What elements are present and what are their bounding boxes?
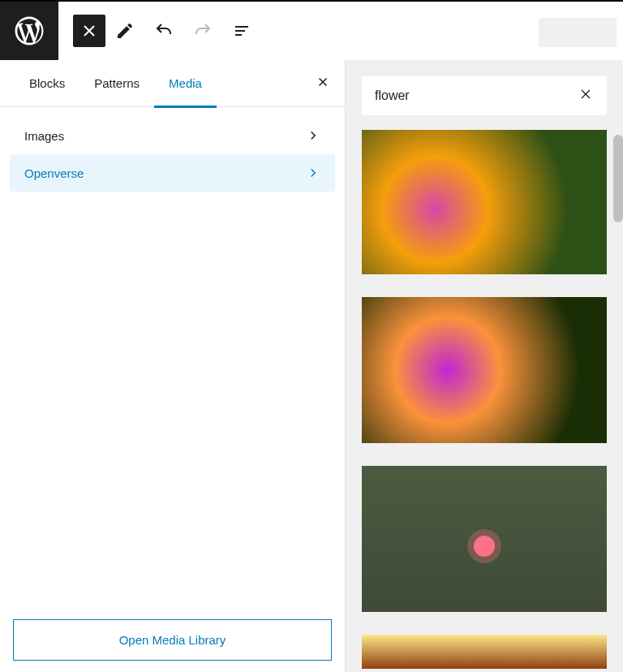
media-result-thumb[interactable] [362, 130, 607, 274]
document-overview-button[interactable] [222, 11, 261, 50]
toolbar-placeholder [539, 18, 617, 47]
clear-search-button[interactable] [578, 86, 594, 106]
close-panel-button[interactable] [316, 75, 330, 93]
media-results-panel [346, 60, 623, 672]
open-media-library-button[interactable]: Open Media Library [13, 619, 332, 661]
main-area: Blocks Patterns Media Images Openverse O… [0, 60, 623, 672]
search-wrap [362, 76, 607, 115]
toolbar-right [539, 15, 623, 47]
inserter-panel: Blocks Patterns Media Images Openverse O… [0, 60, 346, 672]
category-label: Images [24, 129, 64, 143]
tab-media[interactable]: Media [154, 60, 217, 107]
bottom-button-wrap: Open Media Library [0, 606, 345, 672]
close-inserter-button[interactable] [73, 15, 105, 47]
inserter-tabs: Blocks Patterns Media [0, 60, 345, 107]
media-result-thumb[interactable] [362, 466, 607, 612]
undo-button[interactable] [144, 11, 183, 50]
wp-logo[interactable] [0, 2, 58, 60]
category-openverse[interactable]: Openverse [10, 154, 335, 192]
media-result-thumb[interactable] [362, 635, 607, 669]
tab-patterns[interactable]: Patterns [79, 60, 154, 107]
media-result-thumb[interactable] [362, 297, 607, 443]
category-label: Openverse [24, 166, 84, 180]
category-images[interactable]: Images [10, 117, 335, 154]
scrollbar-thumb[interactable] [613, 135, 623, 222]
media-category-list: Images Openverse [0, 107, 345, 606]
media-search-input[interactable] [375, 88, 578, 103]
editor-toolbar [0, 2, 623, 60]
tab-blocks[interactable]: Blocks [15, 60, 79, 107]
redo-button [183, 11, 222, 50]
chevron-right-icon [306, 166, 320, 180]
chevron-right-icon [306, 128, 320, 143]
edit-tool-button[interactable] [105, 11, 144, 50]
